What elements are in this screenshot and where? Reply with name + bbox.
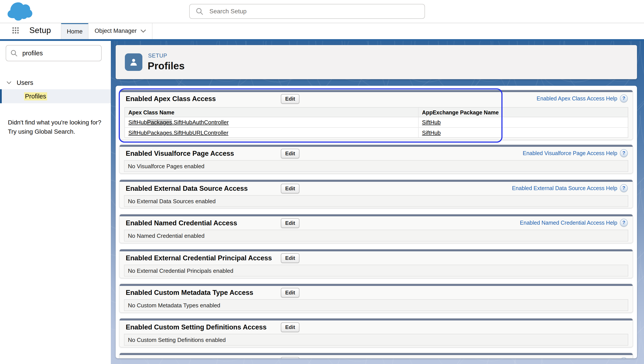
- nav-accent-strip: [0, 39, 644, 41]
- help-circle-icon[interactable]: ?: [620, 358, 628, 358]
- package-link[interactable]: SiftHub: [422, 130, 441, 136]
- edit-button[interactable]: Edit: [281, 253, 299, 263]
- setup-navbar: Setup Home Object Manager: [0, 23, 644, 39]
- sidebar-item-profiles[interactable]: Profiles: [0, 89, 111, 103]
- package-link[interactable]: SiftHub: [422, 119, 441, 126]
- page-title: Profiles: [148, 60, 185, 72]
- chevron-down-icon: [141, 29, 146, 33]
- column-header-appexchange-package-name: AppExchange Package Name: [418, 108, 628, 117]
- apex-class-link[interactable]: SiftHubPackages.SiftHubAuthController: [128, 119, 229, 126]
- page-header: SETUP Profiles: [116, 45, 637, 79]
- section-enabled-apex-class-access: Enabled Apex Class Access Edit Enabled A…: [119, 90, 633, 140]
- global-search-input[interactable]: [208, 8, 403, 15]
- edit-button[interactable]: Edit: [281, 149, 299, 158]
- tab-object-manager[interactable]: Object Manager: [89, 23, 152, 39]
- section-enabled-flow-access: Enabled Flow Access Edit Enabled Flow Ac…: [119, 352, 633, 358]
- app-name: Setup: [29, 26, 51, 35]
- page-eyebrow: SETUP: [148, 52, 167, 59]
- section-title: Enabled Visualforce Page Access: [126, 150, 234, 158]
- section-top-bar: [120, 250, 632, 251]
- section-title: Enabled Named Credential Access: [126, 219, 237, 227]
- section-top-bar: [120, 353, 632, 355]
- section-help: Enabled External Data Source Access Help…: [512, 184, 628, 192]
- apex-class-text: SiftHub: [128, 119, 147, 126]
- search-icon: [196, 8, 203, 15]
- salesforce-setup-app: ? 3 Setup Home Object Manager: [0, 0, 644, 364]
- empty-message: No Custom Metadata Types enabled: [124, 299, 628, 311]
- apex-class-link[interactable]: SiftHubPackages.SiftHubURLController: [128, 130, 229, 136]
- quick-find: [6, 45, 102, 61]
- edit-button[interactable]: Edit: [281, 184, 299, 194]
- global-search: [189, 4, 425, 19]
- setup-sidebar: Users Profiles Didn't find what you're l…: [0, 41, 111, 364]
- section-title: Enabled Flow Access: [126, 358, 195, 358]
- empty-message: No Visualforce Pages enabled: [124, 160, 628, 172]
- section-top-bar: [120, 214, 632, 216]
- section-help: Enabled Apex Class Access Help ?: [537, 94, 628, 102]
- section-help: Enabled Named Credential Access Help ?: [520, 219, 628, 226]
- help-circle-icon[interactable]: ?: [620, 94, 628, 102]
- table-row: SiftHubPackages.SiftHubURLController Sif…: [125, 127, 628, 138]
- salesforce-logo-icon[interactable]: [7, 2, 34, 21]
- column-header-apex-class-name: Apex Class Name: [125, 108, 418, 117]
- section-enabled-external-data-source-access: Enabled External Data Source Access Edit…: [119, 180, 633, 208]
- section-top-bar: [120, 180, 632, 182]
- sidebar-not-found-text: Didn't find what you're looking for? Try…: [8, 118, 104, 136]
- empty-message: No External Data Sources enabled: [124, 195, 628, 207]
- empty-message: No External Credential Principals enable…: [124, 265, 628, 276]
- table-row: SiftHubPackages.SiftHubAuthController Si…: [125, 117, 628, 127]
- section-top-bar: [120, 145, 632, 147]
- section-enabled-custom-setting-definitions-access: Enabled Custom Setting Definitions Acces…: [119, 318, 633, 348]
- chevron-down-icon: [7, 81, 12, 84]
- table-header-row: Apex Class Name AppExchange Package Name: [125, 108, 628, 117]
- apex-class-table: Apex Class Name AppExchange Package Name…: [124, 107, 628, 138]
- apex-class-text: .SiftHubAuthController: [172, 119, 229, 126]
- help-link[interactable]: Enabled Visualforce Page Access Help: [523, 150, 617, 156]
- profiles-user-icon: [125, 54, 142, 71]
- empty-message: No Custom Setting Definitions enabled: [124, 334, 628, 346]
- section-enabled-named-credential-access: Enabled Named Credential Access Edit Ena…: [119, 214, 633, 243]
- tab-object-manager-label: Object Manager: [95, 28, 137, 34]
- section-enabled-custom-metadata-type-access: Enabled Custom Metadata Type Access Edit…: [119, 284, 633, 313]
- not-found-line2: Try using Global Search.: [8, 128, 75, 135]
- section-help: Enabled Flow Access Help ?: [552, 358, 628, 358]
- section-title: Enabled External Credential Principal Ac…: [126, 254, 272, 262]
- section-top-bar: [120, 284, 632, 286]
- app-launcher-icon[interactable]: [12, 27, 19, 36]
- quick-find-input[interactable]: [22, 49, 98, 57]
- sidebar-group-label: Users: [17, 79, 33, 86]
- find-highlight: Packages: [147, 119, 172, 126]
- help-circle-icon[interactable]: ?: [620, 149, 628, 157]
- section-top-bar: [120, 318, 632, 320]
- content-container: Enabled Apex Class Access Edit Enabled A…: [116, 86, 637, 358]
- section-title: Enabled Apex Class Access: [126, 95, 216, 103]
- section-title: Enabled External Data Source Access: [126, 184, 248, 192]
- help-link[interactable]: Enabled Flow Access Help: [552, 358, 617, 358]
- edit-button[interactable]: Edit: [281, 94, 299, 104]
- section-enabled-visualforce-page-access: Enabled Visualforce Page Access Edit Ena…: [119, 144, 633, 174]
- section-title: Enabled Custom Metadata Type Access: [126, 289, 253, 296]
- section-title: Enabled Custom Setting Definitions Acces…: [126, 323, 267, 331]
- section-top-bar: [120, 90, 632, 92]
- help-link[interactable]: Enabled Named Credential Access Help: [520, 220, 617, 226]
- tab-home[interactable]: Home: [61, 23, 89, 39]
- edit-button[interactable]: Edit: [281, 288, 299, 298]
- section-help: Enabled Visualforce Page Access Help ?: [523, 149, 628, 157]
- help-link[interactable]: Enabled Apex Class Access Help: [537, 96, 617, 102]
- section-enabled-external-credential-principal-access: Enabled External Credential Principal Ac…: [119, 249, 633, 278]
- sidebar-group-users[interactable]: Users: [0, 78, 111, 88]
- edit-button[interactable]: Edit: [281, 218, 299, 228]
- help-link[interactable]: Enabled External Data Source Access Help: [512, 185, 617, 192]
- empty-message: No Named Credential enabled: [124, 230, 628, 242]
- tab-home-label: Home: [67, 28, 83, 35]
- help-circle-icon[interactable]: ?: [620, 184, 628, 192]
- edit-button[interactable]: Edit: [281, 322, 299, 332]
- sidebar-item-label: Profiles: [24, 92, 47, 100]
- edit-button[interactable]: Edit: [281, 357, 299, 358]
- not-found-line1: Didn't find what you're looking for?: [8, 119, 101, 126]
- search-icon: [11, 50, 18, 57]
- global-header: ? 3: [0, 0, 644, 23]
- help-circle-icon[interactable]: ?: [620, 219, 628, 226]
